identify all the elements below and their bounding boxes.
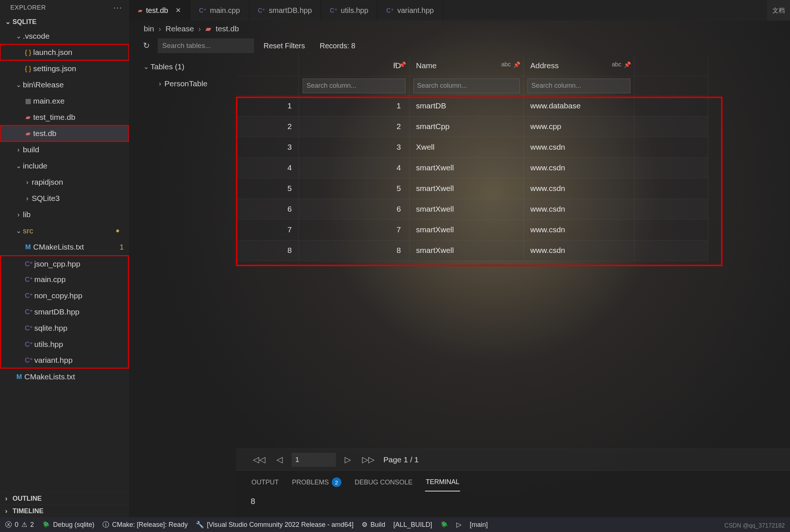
file-item[interactable]: C⁺smartDB.hpp	[0, 304, 129, 320]
json-icon: { }	[23, 65, 33, 73]
cpp-icon: C⁺	[24, 356, 34, 364]
table-item[interactable]: › PersonTable	[142, 75, 236, 92]
status-debug[interactable]: 🪲Debug (sqlite)	[42, 521, 94, 529]
db-icon: ▰	[138, 7, 142, 14]
table-row[interactable]: 11smartDBwww.database	[236, 95, 708, 116]
folder-item[interactable]: ›lib	[0, 206, 129, 223]
table-row[interactable]: 88smartXwellwww.csdn	[236, 240, 708, 261]
tab-output[interactable]: OUTPUT	[251, 475, 279, 491]
filter-name-input[interactable]	[413, 79, 520, 93]
pin-icon[interactable]: 📌	[399, 61, 406, 68]
column-address[interactable]: Address abc📌	[523, 55, 634, 76]
refresh-icon[interactable]: ↻	[139, 39, 153, 52]
tab-extra[interactable]: 文档	[767, 0, 790, 21]
folder-item[interactable]: ⌄include	[0, 158, 129, 174]
folder-item[interactable]: ›build	[0, 142, 129, 158]
reset-filters-button[interactable]: Reset Filters	[258, 42, 310, 50]
status-debug-run[interactable]: 🪲	[440, 521, 448, 529]
tables-root[interactable]: ⌄ Tables (1)	[142, 58, 236, 75]
status-run[interactable]: ▷	[456, 521, 462, 529]
tab-debug-console[interactable]: DEBUG CONSOLE	[354, 475, 413, 491]
cpp-icon: C⁺	[199, 7, 206, 14]
file-item[interactable]: C⁺utils.hpp	[0, 336, 129, 352]
file-item[interactable]: ▰test_time.db	[0, 109, 129, 125]
file-item[interactable]: MCMakeLists.txt1	[0, 239, 129, 255]
pin-icon[interactable]: 📌	[513, 61, 521, 68]
file-item[interactable]: C⁺sqlite.hpp	[0, 320, 129, 336]
file-item[interactable]: MCMakeLists.txt	[0, 369, 129, 385]
file-tree: ⌄.vscode{ }launch.json{ }settings.json⌄b…	[0, 28, 129, 492]
error-icon: ⓧ	[5, 520, 12, 529]
last-page-button[interactable]: ▷▷	[360, 454, 377, 465]
status-branch[interactable]: [main]	[470, 521, 488, 529]
file-item[interactable]: C⁺variant.hpp	[0, 352, 129, 369]
json-icon: { }	[23, 49, 33, 56]
first-page-button[interactable]: ◁◁	[251, 454, 268, 465]
filter-id-input[interactable]	[303, 79, 406, 93]
pager: ◁◁ ◁ ▷ ▷▷ Page 1 / 1	[236, 449, 790, 470]
folder-item[interactable]: ⌄bin\Release	[0, 77, 129, 93]
explorer-title: EXPLORER	[10, 4, 46, 11]
breadcrumb[interactable]: bin› Release› ▰ test.db	[129, 21, 790, 36]
tab-terminal[interactable]: TERMINAL	[425, 475, 460, 491]
table-row[interactable]: 77smartXwellwww.csdn	[236, 219, 708, 240]
records-count: Records: 8	[314, 42, 361, 50]
more-icon[interactable]: ···	[114, 3, 122, 13]
file-item[interactable]: ▰test.db	[0, 125, 129, 142]
editor-tab[interactable]: C⁺smartDB.hpp	[249, 0, 321, 21]
db-icon: ▰	[23, 113, 33, 121]
db-icon: ▰	[23, 129, 33, 138]
column-rownum[interactable]	[236, 55, 299, 76]
column-id[interactable]: ID #📌	[299, 55, 409, 76]
folder-item[interactable]: ⌄src•	[0, 223, 129, 239]
folder-item[interactable]: ⌄.vscode	[0, 28, 129, 44]
editor-tab[interactable]: ▰test.db✕	[129, 0, 190, 21]
section-outline[interactable]: › OUTLINE	[0, 492, 129, 505]
cpp-icon: C⁺	[24, 275, 34, 284]
text-icon: abc	[612, 61, 622, 68]
section-timeline[interactable]: › TIMELINE	[0, 505, 129, 517]
filter-address-input[interactable]	[528, 79, 630, 93]
next-page-button[interactable]: ▷	[342, 454, 353, 465]
editor-tab[interactable]: C⁺variant.hpp	[377, 0, 443, 21]
status-errors[interactable]: ⓧ0 ⚠2	[5, 520, 34, 529]
file-item[interactable]: { }settings.json	[0, 60, 129, 77]
file-item[interactable]: { }launch.json	[0, 44, 129, 60]
table-row[interactable]: 55smartXwellwww.csdn	[236, 178, 708, 199]
status-cmake[interactable]: ⓘCMake: [Release]: Ready	[102, 520, 188, 529]
chevron-icon: ⌄	[14, 32, 23, 40]
section-sqlite[interactable]: ⌄ SQLITE	[0, 15, 129, 28]
file-item[interactable]: C⁺main.cpp	[0, 271, 129, 288]
prev-page-button[interactable]: ◁	[274, 454, 285, 465]
problems-badge: 2	[332, 477, 341, 487]
search-tables-input[interactable]	[158, 38, 254, 53]
status-target[interactable]: [ALL_BUILD]	[393, 521, 432, 529]
table-row[interactable]: 33Xwellwww.csdn	[236, 137, 708, 157]
cpp-icon: C⁺	[24, 340, 34, 348]
m-icon: M	[14, 373, 24, 381]
chevron-icon: ›	[23, 178, 32, 186]
pin-icon[interactable]: 📌	[624, 61, 631, 68]
bar-icon: ▦	[23, 97, 33, 105]
editor-tab[interactable]: C⁺utils.hpp	[321, 0, 377, 21]
file-item[interactable]: ▦main.exe	[0, 93, 129, 109]
page-input[interactable]	[292, 453, 336, 467]
tab-problems[interactable]: PROBLEMS 2	[291, 475, 342, 491]
column-name[interactable]: Name abc📌	[409, 55, 523, 76]
table-row[interactable]: 44smartXwellwww.csdn	[236, 157, 708, 178]
table-row[interactable]: 66smartXwellwww.csdn	[236, 199, 708, 219]
terminal-output[interactable]: 8	[236, 491, 790, 517]
file-item[interactable]: C⁺json_cpp.hpp	[0, 255, 129, 271]
explorer-sidebar: EXPLORER ··· ⌄ SQLITE ⌄.vscode{ }launch.…	[0, 0, 129, 517]
folder-item[interactable]: ›rapidjson	[0, 174, 129, 190]
folder-item[interactable]: ›SQLite3	[0, 190, 129, 206]
status-build[interactable]: ⚙Build	[362, 521, 385, 529]
editor-tab[interactable]: C⁺main.cpp	[190, 0, 249, 21]
cpp-icon: C⁺	[24, 324, 34, 332]
close-icon[interactable]: ✕	[175, 6, 181, 14]
bug-icon: 🪲	[42, 521, 50, 529]
table-row[interactable]: 22smartCppwww.cpp	[236, 116, 708, 137]
cpp-icon: C⁺	[24, 308, 34, 316]
status-kit[interactable]: 🔧[Visual Studio Community 2022 Release -…	[196, 521, 354, 529]
file-item[interactable]: C⁺non_copy.hpp	[0, 288, 129, 304]
